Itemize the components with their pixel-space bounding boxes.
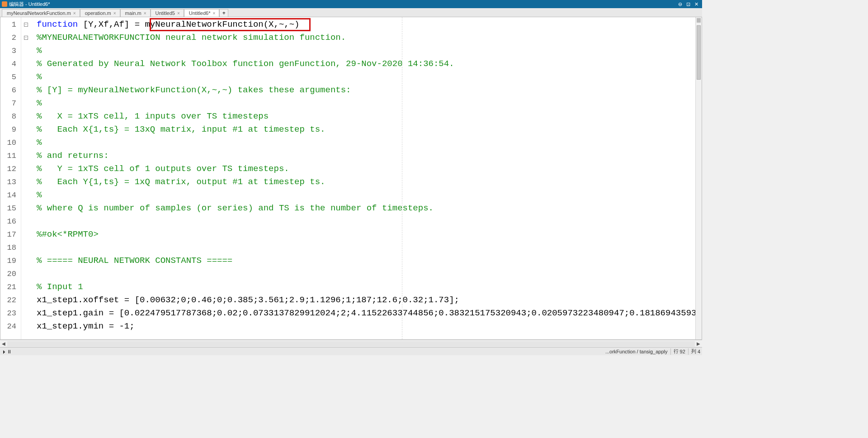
fold-cell — [21, 149, 30, 162]
tab-main[interactable]: main.m × — [120, 9, 151, 17]
line-number: 15 — [0, 202, 21, 215]
line-number: 7 — [0, 97, 21, 110]
fold-cell — [21, 44, 30, 57]
line-number: 20 — [0, 267, 21, 281]
minimize-button[interactable]: ⊖ — [676, 1, 684, 7]
code-line[interactable]: % where Q is number of samples (or serie… — [30, 202, 695, 215]
status-function: ...orkFunction / tansig_apply — [605, 349, 668, 354]
ruler-top-mark — [697, 18, 701, 23]
fold-minus-icon[interactable]: − — [24, 36, 28, 40]
tab-label: Untitled6* — [189, 10, 211, 16]
ruler-thumb[interactable] — [697, 25, 701, 80]
close-icon[interactable]: × — [113, 11, 116, 16]
code-line[interactable]: % — [30, 189, 695, 202]
code-line[interactable]: % Y = 1xTS cell of 1 outputs over TS tim… — [30, 162, 695, 176]
title-bar: 编辑器 - Untitled6* ⊖ ⊡ ✕ — [0, 0, 702, 8]
maximize-button[interactable]: ⊡ — [684, 1, 692, 7]
scroll-right-icon[interactable]: ▶ — [695, 340, 702, 348]
fold-cell[interactable]: − — [21, 18, 30, 31]
fold-cell — [21, 241, 30, 254]
fold-cell — [21, 162, 30, 176]
fold-cell — [21, 215, 30, 228]
code-line[interactable]: % — [30, 136, 695, 149]
fold-cell — [21, 307, 30, 320]
fold-cell — [21, 281, 30, 294]
fold-column: −− — [21, 17, 30, 339]
code-area[interactable]: function [Y,Xf,Af] = myNeuralNetworkFunc… — [30, 17, 695, 339]
line-number: 11 — [0, 149, 21, 162]
line-number: 8 — [0, 110, 21, 123]
fold-cell — [21, 189, 30, 202]
line-number: 23 — [0, 307, 21, 320]
code-line[interactable]: x1_step1.gain = [0.022479517787368;0.02;… — [30, 307, 695, 320]
code-line[interactable]: % and returns: — [30, 149, 695, 162]
scroll-track[interactable] — [7, 341, 695, 347]
scroll-left-icon[interactable]: ◀ — [0, 340, 7, 348]
line-number: 17 — [0, 228, 21, 241]
close-icon[interactable]: × — [177, 11, 180, 16]
status-col-label: 列 — [691, 348, 696, 355]
code-line[interactable]: % [Y] = myNeuralNetworkFunction(X,~,~) t… — [30, 84, 695, 97]
close-icon[interactable]: × — [144, 11, 146, 16]
code-line[interactable]: % — [30, 97, 695, 110]
window-title: 编辑器 - Untitled6* — [9, 1, 50, 8]
fold-minus-icon[interactable]: − — [24, 23, 28, 27]
tab-operation[interactable]: operation.m × — [80, 9, 120, 17]
editor: 123456789101112131415161718192021222324 … — [0, 17, 702, 340]
code-line[interactable] — [30, 215, 695, 228]
code-line[interactable] — [30, 241, 695, 254]
close-icon[interactable]: × — [212, 11, 215, 16]
code-line[interactable]: % Input 1 — [30, 281, 695, 294]
horizontal-scrollbar[interactable]: ◀ ▶ — [0, 340, 702, 347]
status-col: 4 — [698, 349, 700, 354]
code-line[interactable]: % X = 1xTS cell, 1 inputs over TS timest… — [30, 110, 695, 123]
fold-cell — [21, 176, 30, 189]
line-number: 1 — [0, 18, 21, 31]
code-line[interactable]: % Generated by Neural Network Toolbox fu… — [30, 57, 695, 71]
line-number: 24 — [0, 320, 21, 333]
line-number: 3 — [0, 44, 21, 57]
add-tab-button[interactable]: + — [219, 9, 228, 17]
code-line[interactable]: x1_step1.xoffset = [0.00632;0;0.46;0;0.3… — [30, 294, 695, 307]
code-line[interactable]: % — [30, 71, 695, 84]
line-number: 10 — [0, 136, 21, 149]
code-line[interactable]: %#ok<*RPMT0> — [30, 228, 695, 241]
status-row-label: 行 — [674, 348, 679, 355]
fold-cell — [21, 84, 30, 97]
line-number: 6 — [0, 84, 21, 97]
line-number: 14 — [0, 189, 21, 202]
tab-untitled6[interactable]: Untitled6* × — [184, 9, 220, 17]
fold-cell — [21, 71, 30, 84]
app-icon — [2, 1, 7, 7]
close-button[interactable]: ✕ — [692, 1, 700, 7]
code-minimap-ruler[interactable] — [695, 17, 702, 339]
line-number: 5 — [0, 71, 21, 84]
code-line[interactable]: % — [30, 44, 695, 57]
line-number: 13 — [0, 176, 21, 189]
code-line[interactable]: % ===== NEURAL NETWORK CONSTANTS ===== — [30, 254, 695, 267]
close-icon[interactable]: × — [73, 11, 76, 16]
line-number: 16 — [0, 215, 21, 228]
fold-cell — [21, 97, 30, 110]
fold-cell — [21, 57, 30, 71]
fold-cell[interactable] — [21, 202, 30, 215]
fold-cell — [21, 123, 30, 136]
line-number: 19 — [0, 254, 21, 267]
line-number: 2 — [0, 31, 21, 44]
code-line[interactable]: x1_step1.ymin = -1; — [30, 320, 695, 333]
code-line[interactable]: %MYNEURALNETWORKFUNCTION neural network … — [30, 31, 695, 44]
tab-untitled5[interactable]: Untitled5 × — [151, 9, 184, 17]
line-number: 4 — [0, 57, 21, 71]
code-line[interactable]: function [Y,Xf,Af] = myNeuralNetworkFunc… — [30, 18, 695, 31]
fold-cell — [21, 228, 30, 241]
status-row: 92 — [680, 349, 685, 354]
line-number-gutter: 123456789101112131415161718192021222324 — [0, 17, 21, 339]
tab-label: Untitled5 — [156, 10, 175, 16]
tab-myneuralnetworkfunction[interactable]: myNeuralNetworkFunction.m × — [2, 9, 80, 17]
code-line[interactable] — [30, 267, 695, 281]
fold-cell — [21, 254, 30, 267]
line-number: 12 — [0, 162, 21, 176]
code-line[interactable]: % Each Y{1,ts} = 1xQ matrix, output #1 a… — [30, 176, 695, 189]
fold-cell[interactable]: − — [21, 31, 30, 44]
code-line[interactable]: % Each X{1,ts} = 13xQ matrix, input #1 a… — [30, 123, 695, 136]
